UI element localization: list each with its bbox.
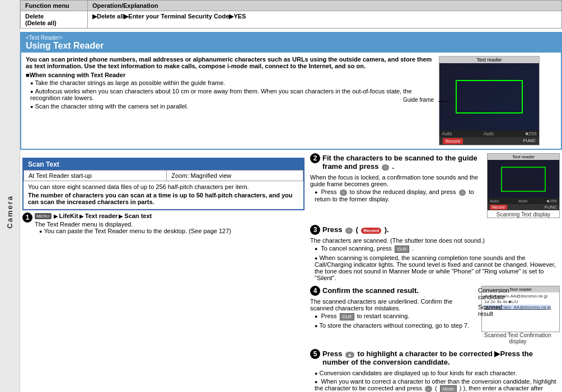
- diagram-bottom-bar: Record FUNC: [439, 137, 539, 145]
- text-reader-diagram: Text reader Auto Auto ■256: [439, 56, 540, 145]
- guide-frame-line: [438, 101, 449, 102]
- mode-btn: Mode: [440, 385, 457, 392]
- step-1-note: The Text Reader menu is displayed.: [35, 221, 305, 228]
- scan-text-table: At Text Reader start-up Zoom: Magnified …: [24, 170, 303, 181]
- mini-func-btn: FUNC: [545, 205, 557, 210]
- annotations: Conversion candidate Scanned result: [476, 287, 560, 317]
- diagram-mid: [439, 63, 539, 130]
- step-1-bullet: You can paste the Text Reader menu to th…: [39, 228, 305, 234]
- step-3-btn: ○: [345, 228, 353, 234]
- diagram-top-bar: Text reader: [439, 56, 539, 63]
- step-4-screen-area: Text reader docomo.taro.AA@docomo.ne.jp …: [476, 286, 560, 344]
- step-2-circle-btn2: ○: [459, 190, 466, 196]
- left-column: Scan Text At Text Reader start-up Zoom: …: [22, 153, 308, 392]
- step-5-btn: ▲: [345, 352, 354, 358]
- scan-text-body: You can store eight scanned data files o…: [24, 181, 303, 209]
- counter-label: ■256: [526, 131, 537, 136]
- conversion-candidate-label: Conversion candidate: [478, 287, 509, 300]
- main-content: Function menu Operation/Explanation Dele…: [20, 0, 562, 392]
- mini-counter: ■256: [547, 199, 557, 204]
- auto-label-1: Auto: [442, 131, 452, 136]
- step-5-block: 5 Press ▲ to highlight a character to be…: [310, 349, 560, 392]
- step-5-number: 5: [310, 349, 320, 359]
- step-1-row: 1 MENU ▶ LifeKit ▶ Text reader ▶ Scan te…: [22, 212, 305, 236]
- step-2-title: Fit the characters to be scanned to the …: [322, 154, 483, 171]
- zoom-label: Zoom: Magnified view: [167, 171, 303, 181]
- menu-icon: MENU: [35, 213, 51, 219]
- step-2-screen-title: Text reader: [488, 154, 559, 160]
- annotation-conversion: Conversion candidate: [476, 287, 477, 300]
- step-5-bullet-1: Conversion candidates are displayed up t…: [315, 370, 560, 376]
- step-3-number: 3: [310, 225, 320, 235]
- bullet-item: Take the character strings as large as p…: [30, 79, 434, 86]
- text-reader-description: You can scan printed phone numbers, mail…: [26, 56, 434, 69]
- auto-label-2: Auto: [484, 131, 494, 136]
- step-4-number: 4: [310, 286, 320, 296]
- text-reader-section: <Text Reader> Using Text Reader You can …: [20, 32, 562, 150]
- step-2-caption: Scanning Text display: [488, 211, 559, 218]
- mini-record-btn: Record: [490, 205, 507, 210]
- step-3-bullet-1: To cancel scanning, press CLR .: [315, 245, 560, 253]
- step-1-bullets: You can paste the Text Reader menu to th…: [39, 228, 305, 234]
- step-2-guide: [501, 167, 546, 192]
- clr-btn: CLR: [395, 245, 409, 253]
- when-scanning-header: ■When scanning with Text Reader: [26, 72, 434, 78]
- step-1-block: 1 MENU ▶ LifeKit ▶ Text reader ▶ Scan te…: [22, 212, 305, 236]
- scan-text-section: Scan Text At Text Reader start-up Zoom: …: [22, 158, 305, 210]
- text-reader-header: <Text Reader> Using Text Reader: [21, 33, 561, 53]
- table-row: Delete(Delete all) ▶Delete all▶Enter you…: [21, 11, 562, 29]
- step-5-bullets: Conversion candidates are displayed up t…: [315, 370, 560, 392]
- start-up-label: At Text Reader start-up: [24, 171, 167, 181]
- step-3-bullet-2: When scanning is completed, the scanning…: [315, 254, 560, 281]
- bullet-item: Scan the character string with the camer…: [30, 103, 434, 110]
- func-btn-img: FUNC: [523, 138, 536, 144]
- mini-auto1: Auto: [490, 199, 499, 204]
- step-3-desc: The characters are scanned. (The shutter…: [310, 237, 560, 244]
- step-5-bullet-2: When you want to correct a character to …: [315, 378, 560, 392]
- sidebar-text: Camera: [6, 195, 14, 229]
- step-2-btn: ○: [382, 164, 389, 171]
- scanned-result-label: Scanned result: [478, 304, 502, 317]
- step-3-header: 3 Press ○ ( Record ).: [310, 225, 560, 235]
- step-5-title: Press ▲ to highlight a character to be c…: [322, 350, 560, 366]
- bullet-item: Autofocus works when you scan characters…: [30, 88, 434, 101]
- scan-text-label: Scan text: [124, 212, 152, 219]
- step-3-title: Press ○ ( Record ).: [322, 225, 389, 234]
- text-reader-title: Using Text Reader: [26, 41, 556, 51]
- step-3-block: 3 Press ○ ( Record ). The characters are…: [310, 225, 560, 281]
- step-2-block: Text reader Auto Auto ■256 Record FUNC: [310, 153, 560, 220]
- text-reader-label: Text reader: [85, 212, 118, 219]
- mini-auto2: Auto: [518, 199, 527, 204]
- scan-desc-2: The number of characters you can scan at…: [28, 192, 299, 205]
- col2-header: Operation/Explanation: [88, 1, 562, 11]
- col1-header: Function menu: [21, 1, 88, 11]
- step-4-title: Confirm the scanned result.: [322, 286, 419, 295]
- scan-desc-1: You can store eight scanned data files o…: [28, 183, 299, 190]
- step-1-content: MENU ▶ LifeKit ▶ Text reader ▶ Scan text…: [35, 212, 305, 236]
- scan-text-header: Scan Text: [24, 159, 303, 170]
- record-button-img: Record: [443, 138, 463, 144]
- step-1-menu: MENU ▶ LifeKit ▶ Text reader ▶ Scan text: [35, 212, 305, 219]
- step-2-number: 2: [310, 153, 320, 163]
- lifekit-label: LifeKit: [59, 212, 78, 219]
- right-column: Text reader Auto Auto ■256 Record FUNC: [308, 153, 560, 392]
- when-scanning-bullets: Take the character strings as large as p…: [30, 79, 434, 110]
- step-4-header: 4 Confirm the scanned result.: [310, 286, 471, 296]
- delete-operation: ▶Delete all▶Enter your Terminal Security…: [88, 11, 562, 29]
- step-5-circle-btn: ○: [425, 386, 432, 392]
- step-2-screen-mid: [488, 160, 559, 198]
- function-table: Function menu Operation/Explanation Dele…: [20, 0, 562, 29]
- step-1-number: 1: [22, 212, 32, 223]
- guide-rectangle: [456, 80, 523, 114]
- sidebar-label: Camera: [0, 0, 20, 392]
- guide-frame-label: Guide frame: [403, 97, 434, 103]
- step-4-block: Text reader docomo.taro.AA@docomo.ne.jp …: [310, 286, 560, 344]
- step-5-header: 5 Press ▲ to highlight a character to be…: [310, 349, 560, 368]
- clr-btn-2: CLR: [340, 313, 354, 320]
- step-2-screen-body: Auto Auto ■256 Record FUNC: [488, 160, 559, 210]
- text-reader-subtitle: <Text Reader>: [26, 35, 556, 41]
- step-2-screen: Text reader Auto Auto ■256 Record FUNC: [487, 153, 560, 218]
- annotation-scanned: Scanned result: [476, 304, 477, 317]
- text-reader-body: You can scan printed phone numbers, mail…: [21, 53, 561, 149]
- diagram-record-btn[interactable]: Record: [443, 138, 463, 144]
